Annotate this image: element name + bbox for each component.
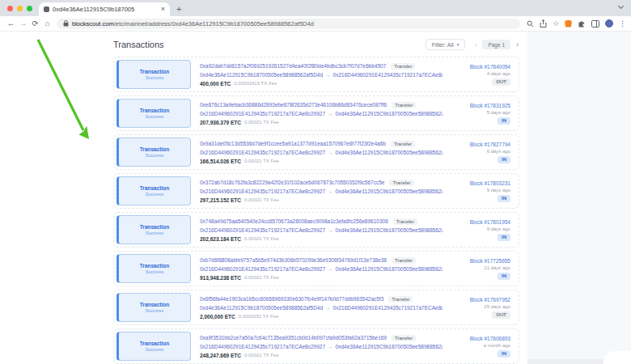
transaction-details: 0x748a49d75aa540540e24cc6570673a28008aec… (200, 218, 443, 242)
from-address-link[interactable]: 0x216D44960291E4129435c719217a7ECAe8c299… (200, 188, 325, 194)
transaction-status-card[interactable]: Transaction Success (116, 60, 191, 89)
transaction-hash-link[interactable]: 0xa9f3531bb2ce7a50a7c64c7135ea9351cb0d14… (200, 335, 387, 341)
annotation-arrow (0, 32, 105, 364)
block-number-link[interactable]: Block #17697952 (470, 297, 510, 303)
transaction-details: 0xb7d6f8808abfe9757a5b5e974d3b306b570299… (200, 257, 443, 281)
status-title: Transaction (140, 263, 169, 269)
transaction-status-card[interactable]: Transaction Success (116, 138, 191, 167)
transaction-row: Transaction Success 0xa92dab7dd6157a2f06… (113, 57, 519, 92)
address-bar[interactable]: blockscout.com/etc/mainnet/address/0xd4e… (57, 19, 520, 29)
block-number-link[interactable]: Block #17606893 (470, 336, 510, 341)
search-icon[interactable] (527, 20, 534, 28)
transaction-fee: 0.00021 TX Fee (244, 159, 279, 163)
block-number-link[interactable]: Block #17801954 (470, 219, 510, 225)
page-prev-button[interactable]: ‹ (473, 41, 477, 49)
from-address-link[interactable]: 0x216D44960291E4129435c719217a7ECAe8c299… (200, 266, 325, 272)
transaction-age: 4 days ago (487, 71, 510, 76)
to-address-link[interactable]: 0xd4e36Ae112915C9b18700505ee58988562af5D… (336, 344, 443, 349)
to-address-link[interactable]: 0x216D44960291E4129435c719217a7ECAe8c299… (333, 72, 443, 78)
to-address-link[interactable]: 0xd4e36Ae112915C9b18700505ee58988562af5D… (336, 266, 443, 272)
profile-avatar[interactable] (605, 19, 613, 28)
transaction-hash-link[interactable]: 0xe876c13a9ebacb36886d2893ebe678f2635d27… (200, 102, 387, 108)
transaction-hash-link[interactable]: 0xb7d6f8808abfe9757a5b5e974d3b306b570299… (200, 257, 387, 263)
from-address-link[interactable]: 0x216D44960291E4129435c719217a7ECAe8c299… (200, 227, 325, 233)
status-success-label: Success (146, 347, 164, 352)
block-number-link[interactable]: Block #17831925 (470, 103, 510, 108)
minimize-window-button[interactable] (17, 6, 23, 11)
arrow-right-icon: → (325, 72, 331, 78)
new-tab-button[interactable]: + (176, 2, 181, 16)
direction-badge: IN (498, 273, 510, 280)
pagination: ‹ Page 1 › (473, 40, 519, 49)
from-address-link[interactable]: 0x216D44960291E4129435c719217a7ECAe8c299… (200, 111, 325, 116)
block-number-link[interactable]: Block #17840054 (470, 64, 510, 70)
status-success-label: Success (146, 114, 164, 119)
from-address-link[interactable]: 0x216D44960291E4129435c719217a7ECAe8c299… (200, 344, 325, 349)
direction-badge: IN (498, 156, 510, 163)
transaction-status-card[interactable]: Transaction Success (116, 99, 191, 128)
transaction-row: Transaction Success 0x9a31de05c13d5536d7… (113, 134, 519, 170)
chevron-down-icon[interactable] (619, 4, 625, 10)
transaction-hash-link[interactable]: 0x748a49d75aa540540e24cc6570673a28008aec… (200, 218, 388, 224)
home-icon[interactable]: ⌂ (41, 19, 53, 28)
from-address-link[interactable]: 0xd4e36Ae112915C9b18700505ee58988562af5D… (200, 305, 323, 311)
browser-tab[interactable]: 0xd4e36Ae112915C9b187005 × (39, 2, 170, 16)
transaction-meta: Block #17827794 6 days ago IN (443, 142, 510, 163)
transfer-type-badge: Transfer (392, 257, 416, 264)
window-controls (0, 0, 39, 16)
filter-dropdown[interactable]: Filter: All ▾ (426, 39, 466, 50)
page-title: Transactions (113, 40, 164, 49)
transaction-row: Transaction Success 0x372ab7d18c762fa3c8… (113, 173, 519, 209)
header-controls: Filter: All ▾ ‹ Page 1 › (426, 39, 519, 50)
transaction-hash-link[interactable]: 0x6f56fa44e1903ca1b5cc60b58969330e6307fc… (200, 296, 383, 302)
transaction-age: a month ago (484, 343, 510, 348)
transaction-value: 248,247.669 ETC (200, 353, 241, 358)
transaction-status-card[interactable]: Transaction Success (116, 293, 191, 322)
share-icon[interactable] (540, 19, 547, 28)
tab-strip: 0xd4e36Ae112915C9b187005 × + (0, 0, 631, 16)
back-icon[interactable]: ← (5, 19, 17, 28)
transaction-hash-link[interactable]: 0x372ab7d18c762fa3c82229a42f2e31f102ace6… (200, 180, 384, 185)
browser-menu-icon[interactable]: ⋮ (619, 20, 626, 28)
page-next-button[interactable]: › (515, 41, 519, 49)
to-address-link[interactable]: 0xd4e36Ae112915C9b18700505ee58988562af5D… (336, 188, 443, 194)
transaction-status-card[interactable]: Transaction Success (116, 215, 191, 244)
block-number-link[interactable]: Block #17725655 (470, 258, 510, 264)
to-address-link[interactable]: 0xd4e36Ae112915C9b18700505ee58988562af5D… (336, 227, 443, 233)
to-address-link[interactable]: 0xd4e36Ae112915C9b18700505ee58988562af5D… (336, 111, 443, 116)
blockscout-page: Transactions Filter: All ▾ ‹ Page 1 › Tr… (0, 32, 631, 364)
page-indicator[interactable]: Page 1 (482, 40, 510, 49)
transaction-status-card[interactable]: Transaction Success (116, 176, 191, 205)
status-success-label: Success (146, 192, 164, 197)
transaction-status-card[interactable]: Transaction Success (116, 332, 191, 361)
status-success-label: Success (146, 308, 164, 313)
reload-icon[interactable]: ⟳ (29, 19, 41, 28)
to-address-link[interactable]: 0xd4e36Ae112915C9b18700505ee58988562af5D… (336, 150, 443, 155)
close-window-button[interactable] (7, 6, 13, 11)
forward-icon[interactable]: → (17, 19, 29, 28)
transactions-panel: Transactions Filter: All ▾ ‹ Page 1 › Tr… (105, 32, 527, 364)
to-address-link[interactable]: 0x216D44960291E4129435c719217a7ECAe8c299… (333, 305, 443, 311)
tab-close-icon[interactable]: × (161, 6, 165, 13)
block-number-link[interactable]: Block #17803231 (470, 180, 510, 186)
bookmark-star-icon[interactable]: ☆ (553, 20, 559, 28)
transaction-hash-link[interactable]: 0xa92dab7dd6157a2f0692519261527d4ea40f2f… (200, 63, 386, 69)
maximize-window-button[interactable] (27, 6, 32, 11)
from-address-link[interactable]: 0x216D44960291E4129435c719217a7ECAe8c299… (200, 150, 325, 155)
transaction-fee: 0.00021 TX Fee (244, 197, 279, 202)
block-number-link[interactable]: Block #17827794 (470, 142, 510, 147)
extensions-puzzle-icon[interactable] (578, 19, 586, 28)
status-success-label: Success (146, 269, 164, 274)
status-title: Transaction (140, 108, 169, 113)
from-address-link[interactable]: 0xd4e36Ae112915C9b18700505ee58988562af5D… (200, 72, 323, 78)
transaction-value: 166,514.026 ETC (200, 159, 241, 164)
transaction-status-card[interactable]: Transaction Success (116, 254, 191, 283)
browser-chrome: 0xd4e36Ae112915C9b187005 × + ← → ⟳ ⌂ blo… (0, 0, 631, 32)
arrow-right-icon: → (328, 111, 333, 116)
transaction-meta: Block #17831925 5 days ago IN (443, 103, 510, 125)
status-title: Transaction (140, 302, 169, 307)
metamask-extension-icon[interactable] (565, 20, 572, 28)
transaction-value: 202,623.184 ETC (200, 236, 241, 242)
transaction-hash-link[interactable]: 0x9a31de05c13d5536d7de9f1ccee5a91a1377d9… (200, 141, 386, 146)
sidebar-panel-icon[interactable] (591, 20, 599, 28)
